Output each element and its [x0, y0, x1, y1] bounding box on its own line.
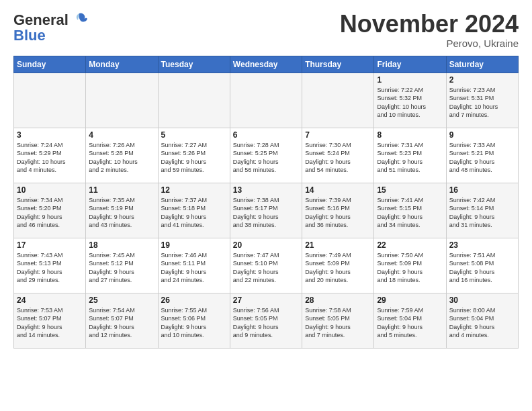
calendar-cell: 19Sunrise: 7:46 AMSunset: 5:11 PMDayligh… — [158, 238, 230, 293]
calendar-week-1: 1Sunrise: 7:22 AMSunset: 5:32 PMDaylight… — [14, 73, 519, 128]
day-info: Sunrise: 7:56 AMSunset: 5:05 PMDaylight:… — [233, 306, 299, 340]
day-info: Sunrise: 7:30 AMSunset: 5:24 PMDaylight:… — [305, 141, 371, 175]
day-info: Sunrise: 7:54 AMSunset: 5:07 PMDaylight:… — [89, 306, 154, 340]
calendar-cell: 30Sunrise: 8:00 AMSunset: 5:04 PMDayligh… — [446, 293, 518, 348]
calendar-cell: 29Sunrise: 7:59 AMSunset: 5:04 PMDayligh… — [374, 293, 446, 348]
day-number: 28 — [305, 295, 371, 305]
day-info: Sunrise: 7:38 AMSunset: 5:17 PMDaylight:… — [233, 196, 299, 230]
calendar-cell: 1Sunrise: 7:22 AMSunset: 5:32 PMDaylight… — [374, 73, 446, 128]
day-info: Sunrise: 7:28 AMSunset: 5:25 PMDaylight:… — [233, 141, 299, 175]
day-info: Sunrise: 7:51 AMSunset: 5:08 PMDaylight:… — [449, 251, 515, 285]
calendar-cell: 2Sunrise: 7:23 AMSunset: 5:31 PMDaylight… — [446, 73, 518, 128]
day-info: Sunrise: 7:35 AMSunset: 5:19 PMDaylight:… — [89, 196, 154, 230]
day-number: 11 — [89, 185, 154, 195]
day-number: 22 — [377, 240, 443, 250]
calendar-cell — [14, 73, 86, 128]
col-tuesday: Tuesday — [158, 56, 230, 73]
calendar-week-2: 3Sunrise: 7:24 AMSunset: 5:29 PMDaylight… — [14, 128, 519, 183]
day-info: Sunrise: 7:39 AMSunset: 5:16 PMDaylight:… — [305, 196, 371, 230]
day-number: 21 — [305, 240, 371, 250]
day-number: 8 — [377, 130, 443, 140]
header: General Blue November 2024 Perovo, Ukrai… — [13, 11, 519, 49]
day-number: 12 — [161, 185, 227, 195]
day-number: 27 — [233, 295, 299, 305]
calendar-cell — [230, 73, 302, 128]
day-info: Sunrise: 7:22 AMSunset: 5:32 PMDaylight:… — [377, 86, 443, 120]
day-info: Sunrise: 7:31 AMSunset: 5:23 PMDaylight:… — [377, 141, 443, 175]
calendar-cell: 4Sunrise: 7:26 AMSunset: 5:28 PMDaylight… — [86, 128, 158, 183]
calendar-cell: 17Sunrise: 7:43 AMSunset: 5:13 PMDayligh… — [14, 238, 86, 293]
day-info: Sunrise: 7:26 AMSunset: 5:28 PMDaylight:… — [89, 141, 154, 175]
calendar-cell: 23Sunrise: 7:51 AMSunset: 5:08 PMDayligh… — [446, 238, 518, 293]
calendar-week-4: 17Sunrise: 7:43 AMSunset: 5:13 PMDayligh… — [14, 238, 519, 293]
calendar-week-3: 10Sunrise: 7:34 AMSunset: 5:20 PMDayligh… — [14, 183, 519, 238]
calendar-cell: 12Sunrise: 7:37 AMSunset: 5:18 PMDayligh… — [158, 183, 230, 238]
day-info: Sunrise: 7:41 AMSunset: 5:15 PMDaylight:… — [377, 196, 443, 230]
calendar-cell: 15Sunrise: 7:41 AMSunset: 5:15 PMDayligh… — [374, 183, 446, 238]
day-info: Sunrise: 7:37 AMSunset: 5:18 PMDaylight:… — [161, 196, 227, 230]
day-number: 26 — [161, 295, 227, 305]
day-number: 29 — [377, 295, 443, 305]
logo: General Blue — [13, 11, 89, 44]
day-number: 20 — [233, 240, 299, 250]
day-info: Sunrise: 7:59 AMSunset: 5:04 PMDaylight:… — [377, 306, 443, 340]
day-number: 23 — [449, 240, 515, 250]
calendar-cell: 13Sunrise: 7:38 AMSunset: 5:17 PMDayligh… — [230, 183, 302, 238]
day-number: 15 — [377, 185, 443, 195]
day-number: 25 — [89, 295, 154, 305]
col-friday: Friday — [374, 56, 446, 73]
day-number: 13 — [233, 185, 299, 195]
header-row: Sunday Monday Tuesday Wednesday Thursday… — [14, 56, 519, 73]
day-number: 3 — [17, 130, 83, 140]
calendar-cell: 10Sunrise: 7:34 AMSunset: 5:20 PMDayligh… — [14, 183, 86, 238]
day-number: 10 — [17, 185, 83, 195]
day-info: Sunrise: 8:00 AMSunset: 5:04 PMDaylight:… — [449, 306, 515, 340]
day-info: Sunrise: 7:53 AMSunset: 5:07 PMDaylight:… — [17, 306, 83, 340]
logo-bird-icon — [70, 11, 89, 30]
day-number: 7 — [305, 130, 371, 140]
calendar-cell: 3Sunrise: 7:24 AMSunset: 5:29 PMDaylight… — [14, 128, 86, 183]
day-info: Sunrise: 7:23 AMSunset: 5:31 PMDaylight:… — [449, 86, 515, 120]
calendar-week-5: 24Sunrise: 7:53 AMSunset: 5:07 PMDayligh… — [14, 293, 519, 348]
calendar-cell: 22Sunrise: 7:50 AMSunset: 5:09 PMDayligh… — [374, 238, 446, 293]
calendar-cell — [158, 73, 230, 128]
calendar-cell: 5Sunrise: 7:27 AMSunset: 5:26 PMDaylight… — [158, 128, 230, 183]
calendar-cell: 8Sunrise: 7:31 AMSunset: 5:23 PMDaylight… — [374, 128, 446, 183]
location: Perovo, Ukraine — [340, 38, 519, 49]
day-info: Sunrise: 7:27 AMSunset: 5:26 PMDaylight:… — [161, 141, 227, 175]
day-number: 4 — [89, 130, 154, 140]
calendar-cell — [86, 73, 158, 128]
calendar-cell: 7Sunrise: 7:30 AMSunset: 5:24 PMDaylight… — [302, 128, 374, 183]
calendar-cell: 28Sunrise: 7:58 AMSunset: 5:05 PMDayligh… — [302, 293, 374, 348]
col-monday: Monday — [86, 56, 158, 73]
calendar-cell: 20Sunrise: 7:47 AMSunset: 5:10 PMDayligh… — [230, 238, 302, 293]
calendar-cell: 9Sunrise: 7:33 AMSunset: 5:21 PMDaylight… — [446, 128, 518, 183]
calendar-cell: 6Sunrise: 7:28 AMSunset: 5:25 PMDaylight… — [230, 128, 302, 183]
day-number: 18 — [89, 240, 154, 250]
page: General Blue November 2024 Perovo, Ukrai… — [0, 0, 532, 355]
day-info: Sunrise: 7:24 AMSunset: 5:29 PMDaylight:… — [17, 141, 83, 175]
calendar-cell: 24Sunrise: 7:53 AMSunset: 5:07 PMDayligh… — [14, 293, 86, 348]
day-number: 19 — [161, 240, 227, 250]
day-number: 5 — [161, 130, 227, 140]
calendar-cell: 26Sunrise: 7:55 AMSunset: 5:06 PMDayligh… — [158, 293, 230, 348]
calendar-cell: 25Sunrise: 7:54 AMSunset: 5:07 PMDayligh… — [86, 293, 158, 348]
day-info: Sunrise: 7:46 AMSunset: 5:11 PMDaylight:… — [161, 251, 227, 285]
day-info: Sunrise: 7:55 AMSunset: 5:06 PMDaylight:… — [161, 306, 227, 340]
day-info: Sunrise: 7:45 AMSunset: 5:12 PMDaylight:… — [89, 251, 154, 285]
day-number: 16 — [449, 185, 515, 195]
calendar-cell: 11Sunrise: 7:35 AMSunset: 5:19 PMDayligh… — [86, 183, 158, 238]
day-number: 14 — [305, 185, 371, 195]
day-info: Sunrise: 7:43 AMSunset: 5:13 PMDaylight:… — [17, 251, 83, 285]
title-block: November 2024 Perovo, Ukraine — [340, 11, 519, 49]
day-info: Sunrise: 7:49 AMSunset: 5:09 PMDaylight:… — [305, 251, 371, 285]
day-number: 9 — [449, 130, 515, 140]
day-info: Sunrise: 7:58 AMSunset: 5:05 PMDaylight:… — [305, 306, 371, 340]
month-title: November 2024 — [340, 11, 519, 38]
day-number: 17 — [17, 240, 83, 250]
day-number: 24 — [17, 295, 83, 305]
calendar-cell: 27Sunrise: 7:56 AMSunset: 5:05 PMDayligh… — [230, 293, 302, 348]
day-info: Sunrise: 7:42 AMSunset: 5:14 PMDaylight:… — [449, 196, 515, 230]
day-info: Sunrise: 7:47 AMSunset: 5:10 PMDaylight:… — [233, 251, 299, 285]
day-number: 6 — [233, 130, 299, 140]
